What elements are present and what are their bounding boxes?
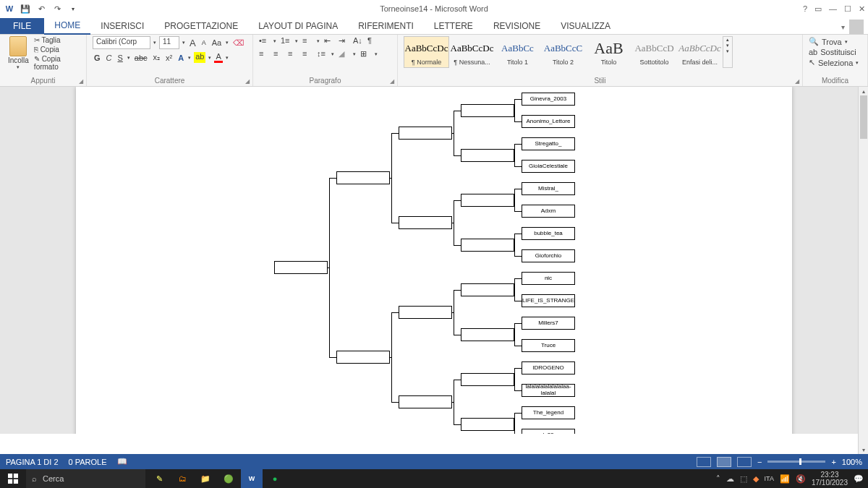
tray-icon[interactable]: ◆ [753,474,759,484]
select-button[interactable]: ↖Seleziona ▾ [809,58,861,67]
dialog-launcher-icon[interactable]: ◢ [79,78,83,85]
tab-review[interactable]: REVISIONE [483,18,550,34]
zoom-slider[interactable] [767,461,825,463]
word-count[interactable]: 0 PAROLE [69,458,107,466]
highlight-icon[interactable]: ab [194,52,205,63]
account-area[interactable]: ▾ [841,20,868,34]
dialog-launcher-icon[interactable]: ◢ [245,78,250,85]
clear-formatting-icon[interactable]: ⌫ [231,38,246,48]
tab-file[interactable]: FILE [0,18,44,34]
style-normal[interactable]: AaBbCcDc¶ Normale [404,36,449,68]
font-size-input[interactable]: 11 [159,36,179,49]
web-layout-icon[interactable] [737,457,752,467]
replace-button[interactable]: abSostituisci [809,48,861,56]
style-subtitle[interactable]: AaBbCcDSottotitolo [631,36,677,68]
style-title[interactable]: AaBTitolo [586,36,631,68]
language-icon[interactable]: ITA [765,475,774,482]
style-nospacing[interactable]: AaBbCcDc¶ Nessuna... [449,36,495,68]
styles-expand-icon[interactable]: ▾ [723,48,732,54]
zoom-in-icon[interactable]: + [831,458,835,466]
multilevel-icon[interactable]: ≡ [302,36,312,46]
dialog-launcher-icon[interactable]: ◢ [795,78,799,85]
superscript-icon[interactable]: x² [164,53,174,62]
styles-scroll-down-icon[interactable]: ▾ [723,43,732,48]
justify-icon[interactable]: ≡ [302,49,312,59]
italic-button[interactable]: C [105,53,114,62]
strikethrough-icon[interactable]: abc [133,53,149,62]
increase-indent-icon[interactable]: ⇥ [339,36,349,46]
tray-expand-icon[interactable]: ˄ [716,474,720,484]
zoom-level[interactable]: 100% [842,458,862,466]
style-heading2[interactable]: AaBbCcCTitolo 2 [540,36,586,68]
print-layout-icon[interactable] [717,457,731,467]
sort-icon[interactable]: A↓ [353,36,363,46]
tab-references[interactable]: RIFERIMENTI [348,18,424,34]
undo-icon[interactable]: ↶ [36,4,46,14]
shading-icon[interactable]: ◢ [339,49,349,59]
chrome-icon[interactable]: 🟢 [218,469,239,488]
close-button[interactable]: ✕ [859,4,865,14]
tab-design[interactable]: PROGETTAZIONE [154,18,248,34]
qat-customize-icon[interactable]: ▾ [68,4,78,14]
spotify-icon[interactable]: ● [264,469,286,488]
styles-scroll-up-icon[interactable]: ▴ [723,37,732,43]
notifications-icon[interactable]: 💬 [854,474,864,484]
line-spacing-icon[interactable]: ↕≡ [317,49,327,59]
dialog-launcher-icon[interactable]: ◢ [390,78,394,85]
tab-layout[interactable]: LAYOUT DI PAGINA [248,18,348,34]
tab-view[interactable]: VISUALIZZA [550,18,621,34]
change-case-icon[interactable]: Aa [210,38,223,47]
volume-icon[interactable]: 🔇 [796,474,806,484]
shrink-font-icon[interactable]: A [200,39,208,46]
scrollbar-thumb[interactable] [860,95,867,139]
bold-button[interactable]: G [93,53,102,62]
style-heading1[interactable]: AaBbCcTitolo 1 [495,36,540,68]
redo-icon[interactable]: ↷ [52,4,62,14]
help-icon[interactable]: ? [803,4,807,14]
scroll-down-icon[interactable]: ▾ [859,445,868,454]
ribbon-display-icon[interactable]: ▭ [814,4,822,14]
taskbar-search[interactable]: ⌕ Cerca [26,469,145,488]
underline-button[interactable]: S [116,53,124,62]
decrease-indent-icon[interactable]: ⇤ [324,36,334,46]
save-icon[interactable]: 💾 [20,4,30,14]
page-indicator[interactable]: PAGINA 1 DI 2 [6,458,59,466]
zoom-out-icon[interactable]: − [757,458,762,466]
read-mode-icon[interactable] [697,457,711,467]
copy-button[interactable]: Copia [34,46,80,53]
wifi-icon[interactable]: 📶 [780,474,790,484]
explorer-icon[interactable]: 📁 [195,469,216,488]
grow-font-icon[interactable]: A [188,38,197,48]
scroll-up-icon[interactable]: ▴ [859,87,868,95]
page[interactable]: Ginevra_2003Anonimo_LettoreStregatto_Gio… [76,87,792,434]
maximize-button[interactable]: ☐ [844,4,851,14]
font-name-input[interactable]: Calibri (Corp [93,36,150,49]
align-right-icon[interactable]: ≡ [288,49,298,59]
numbering-icon[interactable]: 1≡ [281,36,291,46]
find-button[interactable]: 🔍Trova ▾ [809,37,861,46]
show-marks-icon[interactable]: ¶ [367,36,378,46]
vertical-scrollbar[interactable]: ▴ ▾ [858,87,868,454]
subscript-icon[interactable]: x₂ [152,53,162,62]
clock[interactable]: 23:2317/10/2023 [812,471,848,487]
bullets-icon[interactable]: •≡ [259,36,269,46]
style-emphasis[interactable]: AaBbCcDcEnfasi deli... [677,36,723,68]
tab-home[interactable]: HOME [44,17,90,35]
format-painter-button[interactable]: Copia formato [34,55,80,71]
paste-button[interactable]: Incolla ▾ [6,36,31,71]
app-icon[interactable]: 🗂 [171,469,193,488]
word-taskbar-icon[interactable]: W [241,469,263,488]
align-left-icon[interactable]: ≡ [259,49,269,59]
borders-icon[interactable]: ⊞ [360,49,370,59]
onedrive-icon[interactable]: ☁ [726,474,734,484]
text-effects-icon[interactable]: A [176,53,185,62]
app-icon[interactable]: ✎ [148,469,170,488]
tab-mailings[interactable]: LETTERE [424,18,483,34]
tray-icon[interactable]: ⬚ [740,474,747,484]
tab-insert[interactable]: INSERISCI [90,18,154,34]
proofing-icon[interactable]: 📖 [117,457,127,466]
cut-button[interactable]: Taglia [34,36,80,44]
font-color-icon[interactable]: A [214,52,222,63]
align-center-icon[interactable]: ≡ [273,49,284,59]
start-button[interactable] [0,469,26,488]
